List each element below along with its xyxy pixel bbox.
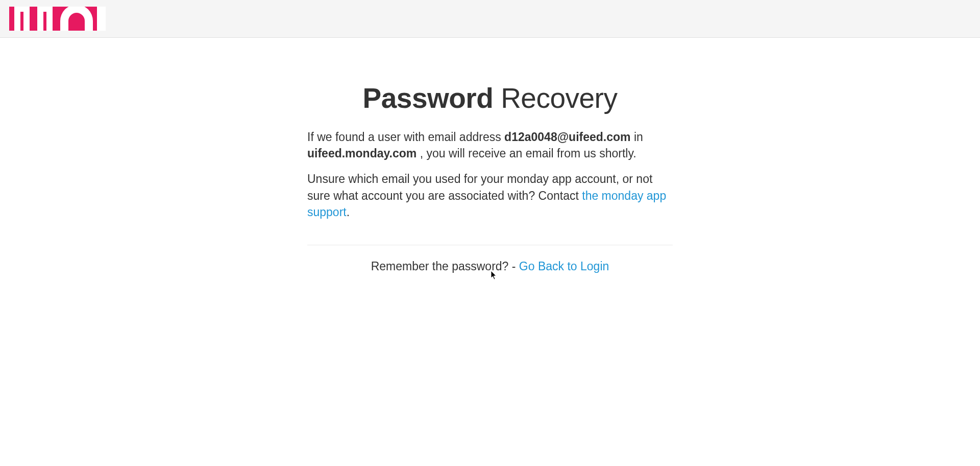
msg1-part3: , you will receive an email from us shor… bbox=[416, 147, 636, 160]
support-message: Unsure which email you used for your mon… bbox=[307, 171, 673, 220]
msg2-part2: . bbox=[347, 205, 350, 219]
msg1-part1: If we found a user with email address bbox=[307, 130, 504, 144]
msg1-email: d12a0048@uifeed.com bbox=[504, 130, 630, 144]
msg1-domain: uifeed.monday.com bbox=[307, 147, 416, 160]
page-title: Password Recovery bbox=[307, 82, 673, 114]
title-light: Recovery bbox=[493, 82, 617, 114]
footer-text: Remember the password? - bbox=[371, 260, 519, 273]
divider bbox=[307, 245, 673, 245]
header-bar bbox=[0, 0, 980, 38]
confirmation-message: If we found a user with email address d1… bbox=[307, 129, 673, 161]
main-content: Password Recovery If we found a user wit… bbox=[307, 38, 673, 273]
monday-logo[interactable] bbox=[9, 7, 106, 31]
title-bold: Password bbox=[363, 82, 494, 114]
msg1-part2: in bbox=[631, 130, 643, 144]
footer-line: Remember the password? - Go Back to Logi… bbox=[307, 260, 673, 273]
back-to-login-link[interactable]: Go Back to Login bbox=[519, 260, 609, 273]
svg-rect-1 bbox=[97, 7, 106, 31]
